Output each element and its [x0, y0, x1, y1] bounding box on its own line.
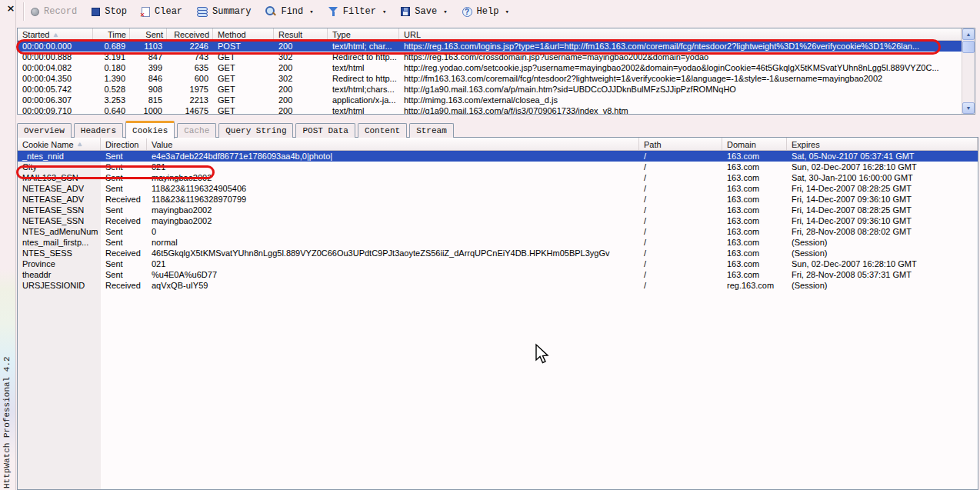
- cookie-header-label: Expires: [792, 140, 820, 149]
- summary-button[interactable]: Summary: [197, 6, 251, 17]
- cookie-header-name[interactable]: Cookie Name▲: [18, 138, 101, 150]
- cookie-cell-path: /: [639, 162, 722, 172]
- cookie-row[interactable]: NTES_SESSReceived46t5GkqlgX5tKMSvatYUhn8…: [18, 248, 978, 258]
- cookie-cell-expires: (Session): [787, 280, 978, 291]
- request-header-started[interactable]: Started▲: [18, 28, 93, 40]
- cookie-row[interactable]: CitySent021/163.comSun, 02-Dec-2007 16:2…: [18, 162, 978, 172]
- cookie-header-domain[interactable]: Domain: [722, 138, 787, 150]
- cookie-cell-direction: Sent: [101, 172, 147, 183]
- request-cell-started: 00:00:09.710: [18, 105, 93, 114]
- cookie-cell-name: _ntes_nnid: [18, 151, 101, 162]
- request-list-rows: 00:00:00.0000.68911032246POST200text/htm…: [18, 41, 962, 114]
- request-header-time[interactable]: Time: [93, 28, 130, 40]
- tab-headers[interactable]: Headers: [74, 123, 123, 138]
- cookie-header-value[interactable]: Value: [147, 138, 639, 150]
- cookie-row[interactable]: NETEASE_ADVSent118&23&1196324905406/163.…: [18, 183, 978, 194]
- scroll-down-icon[interactable]: ▼: [962, 102, 975, 114]
- request-cell-method: GET: [213, 105, 274, 114]
- tab-stream[interactable]: Stream: [409, 123, 454, 138]
- scroll-up-icon[interactable]: ▲: [962, 28, 975, 40]
- request-cell-sent: 847: [130, 52, 167, 62]
- help-dropdown-icon[interactable]: ▾: [505, 8, 508, 16]
- cookie-cell-name: NTES_SESS: [18, 248, 101, 258]
- filter-button[interactable]: Filter ▾: [328, 6, 387, 17]
- cookie-cell-domain: 163.com: [722, 226, 787, 237]
- request-row[interactable]: 00:00:09.7100.640100014675GET200text/htm…: [18, 105, 962, 114]
- request-header-received[interactable]: Received: [167, 28, 213, 40]
- request-header-sent[interactable]: Sent: [130, 28, 167, 40]
- cookie-cell-domain: 163.com: [722, 162, 787, 172]
- cookie-row[interactable]: NETEASE_SSNReceivedmayingbao2002/163.com…: [18, 215, 978, 226]
- summary-icon: [197, 7, 208, 17]
- cookie-cell-direction: Sent: [101, 151, 147, 162]
- cookie-header-direction[interactable]: Direction: [101, 138, 147, 150]
- request-header-method[interactable]: Method: [213, 28, 274, 40]
- filter-icon: [328, 7, 338, 17]
- cookie-cell-direction: Sent: [101, 162, 147, 172]
- stop-button[interactable]: Stop: [92, 6, 127, 17]
- save-dropdown-icon[interactable]: ▾: [443, 8, 447, 16]
- clear-button[interactable]: Clear: [142, 6, 182, 17]
- tab-query-string[interactable]: Query String: [218, 123, 293, 138]
- request-cell-result: 200: [274, 105, 328, 114]
- cookie-row[interactable]: NTES_adMenuNumSent0/163.comFri, 28-Nov-2…: [18, 226, 978, 237]
- request-header-result[interactable]: Result: [274, 28, 328, 40]
- close-icon[interactable]: ×: [5, 2, 17, 15]
- cookie-cell-path: /: [639, 215, 722, 226]
- find-label: Find: [281, 6, 303, 17]
- cookie-row[interactable]: ntes_mail_firstp...Sentnormal/163.com(Se…: [18, 237, 978, 248]
- cookie-cell-path: /: [639, 151, 722, 162]
- request-cell-received: 2246: [167, 41, 213, 52]
- cookie-row[interactable]: NETEASE_SSNSentmayingbao2002/163.comFri,…: [18, 205, 978, 215]
- request-cell-method: GET: [213, 73, 274, 84]
- cookie-cell-path: /: [639, 194, 722, 205]
- cookie-cell-value: 021: [147, 162, 639, 172]
- cookie-row[interactable]: _ntes_nnidSente4e3a7deb224bdf86771e17860…: [18, 151, 978, 162]
- scrollbar-track[interactable]: [962, 53, 975, 102]
- request-cell-type: text/html: [328, 62, 399, 73]
- tab-post-data[interactable]: POST Data: [295, 123, 355, 138]
- request-row[interactable]: 00:00:00.0000.68911032246POST200text/htm…: [18, 41, 962, 52]
- request-list-scrollbar[interactable]: ▲ ▼: [962, 28, 975, 114]
- cookie-row[interactable]: URSJESSIONIDReceivedaqVxQB-uIY59/reg.163…: [18, 280, 978, 291]
- request-cell-started: 00:00:04.350: [18, 73, 93, 84]
- tab-overview[interactable]: Overview: [17, 123, 72, 138]
- request-cell-sent: 908: [130, 84, 167, 95]
- request-cell-result: 200: [274, 95, 328, 105]
- request-header-type[interactable]: Type: [328, 28, 399, 40]
- request-cell-type: Redirect to http...: [328, 52, 399, 62]
- cookie-row[interactable]: NETEASE_ADVReceived118&23&1196328970799/…: [18, 194, 978, 205]
- request-row[interactable]: 00:00:06.3073.2538152213GET200applicatio…: [18, 95, 962, 105]
- cookie-cell-expires: Sat, 30-Jan-2100 16:00:00 GMT: [787, 172, 978, 183]
- find-button[interactable]: Find ▾: [265, 6, 313, 17]
- request-cell-type: text/html: [328, 105, 399, 114]
- help-button[interactable]: ? Help ▾: [462, 6, 509, 17]
- find-dropdown-icon[interactable]: ▾: [309, 8, 313, 16]
- cookie-row[interactable]: MAIL163_SSNSentmayingbao2002/163.comSat,…: [18, 172, 978, 183]
- cookie-cell-value: 118&23&1196324905406: [147, 183, 639, 194]
- save-button[interactable]: Save ▾: [401, 6, 447, 17]
- cookie-cell-name: URSJESSIONID: [18, 280, 101, 291]
- cookies-header: Cookie Name▲DirectionValuePathDomainExpi…: [18, 138, 978, 151]
- scrollbar-thumb[interactable]: [962, 41, 975, 53]
- tab-cookies[interactable]: Cookies: [125, 121, 175, 138]
- cookie-header-label: Domain: [727, 140, 756, 149]
- request-row[interactable]: 00:00:00.8883.191847743GET302Redirect to…: [18, 52, 962, 62]
- cookie-header-path[interactable]: Path: [639, 138, 722, 150]
- filter-dropdown-icon[interactable]: ▾: [382, 8, 386, 16]
- tab-content[interactable]: Content: [358, 123, 407, 138]
- request-row[interactable]: 00:00:04.0820.180399635GET200text/htmlht…: [18, 62, 962, 73]
- request-row[interactable]: 00:00:05.7420.5289081975GET200text/html;…: [18, 84, 962, 95]
- request-cell-method: GET: [213, 95, 274, 105]
- cookie-header-expires[interactable]: Expires: [787, 138, 978, 150]
- cookie-row[interactable]: ProvinceSent021/163.comSun, 02-Dec-2007 …: [18, 258, 978, 269]
- save-label: Save: [415, 6, 437, 17]
- request-cell-started: 00:00:04.082: [18, 62, 93, 73]
- request-cell-received: 635: [167, 62, 213, 73]
- request-header-url[interactable]: URL: [399, 28, 962, 40]
- cookie-cell-direction: Received: [101, 194, 147, 205]
- request-row[interactable]: 00:00:04.3501.390846600GET302Redirect to…: [18, 73, 962, 84]
- request-header-label: Result: [278, 30, 302, 39]
- request-cell-method: GET: [213, 62, 274, 73]
- cookie-row[interactable]: theaddrSent%u4E0A%u6D77/163.comFri, 28-N…: [18, 269, 978, 280]
